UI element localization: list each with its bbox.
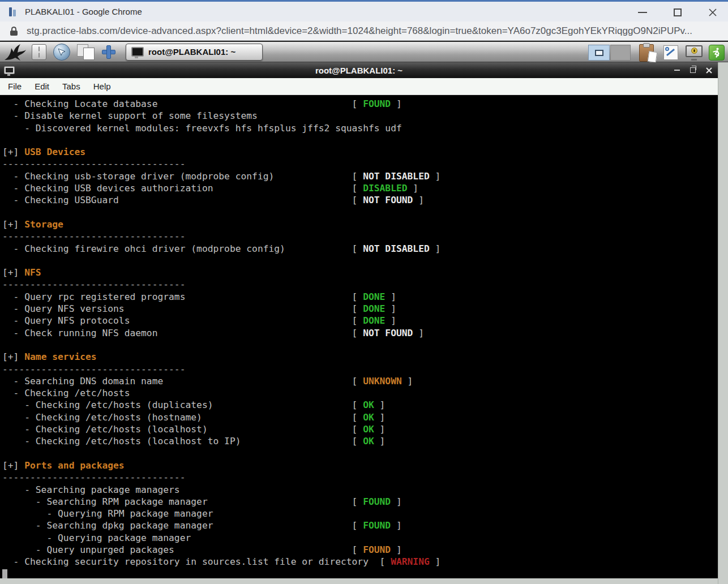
- site-favicon: [8, 7, 17, 16]
- terminal-window: root@PLABKALI01: ~ File Edit Tabs Help -…: [0, 62, 718, 578]
- url-text[interactable]: stg.practice-labs.com/device-advanced.as…: [27, 25, 692, 37]
- menu-file[interactable]: File: [3, 81, 27, 91]
- add-launcher-icon[interactable]: [102, 45, 115, 59]
- maximize-icon: [674, 8, 682, 16]
- minimize-icon: [674, 70, 680, 71]
- workspace-pager: [588, 45, 631, 61]
- terminal-line: ---------------------------------: [2, 230, 718, 242]
- terminal-line: - Querying RPM package manager: [2, 508, 718, 519]
- terminal-line: [+] Ports and packages: [2, 460, 718, 471]
- terminal-line: - Checking /etc/hosts (duplicates) [ OK …: [2, 399, 718, 411]
- status-badge: FOUND: [363, 496, 391, 507]
- minimize-button[interactable]: [637, 7, 648, 18]
- close-icon: [708, 8, 717, 17]
- terminal-line: - Checking /etc/hosts: [2, 387, 718, 399]
- terminal-line: - Checking firewire ohci driver (modprob…: [2, 243, 718, 255]
- terminal-line: [+] USB Devices: [2, 146, 718, 158]
- workspace-1-button[interactable]: [588, 45, 610, 61]
- chrome-titlebar[interactable]: PLABKALI01 - Google Chrome: [0, 0, 728, 22]
- section-header: Name services: [24, 351, 96, 362]
- section-header: Storage: [24, 219, 63, 230]
- taskbar-right-cluster: [588, 44, 725, 61]
- terminal-line: - Searching package managers: [2, 484, 718, 496]
- screenshot-tool-icon[interactable]: [663, 45, 678, 60]
- window-controls: [637, 3, 718, 22]
- status-badge: NOT FOUND: [363, 328, 413, 338]
- terminal-line: ---------------------------------: [2, 158, 718, 170]
- status-badge: NOT DISABLED: [363, 171, 430, 182]
- status-badge: UNKNOWN: [363, 376, 402, 387]
- screen: { "window": { "title": "PLABKALI01 - Goo…: [0, 0, 728, 584]
- menu-tabs[interactable]: Tabs: [57, 81, 85, 91]
- active-window-thumbnail: [595, 50, 603, 56]
- web-browser-icon[interactable]: [53, 44, 70, 61]
- section-header: Ports and packages: [24, 460, 124, 471]
- terminal-line: - Check running NFS daemon [ NOT FOUND ]: [2, 327, 718, 339]
- terminal-line: - Checking Locate database [ FOUND ]: [2, 98, 718, 110]
- status-badge: DONE: [363, 291, 385, 302]
- log-out-icon[interactable]: [709, 45, 725, 61]
- file-manager-icon[interactable]: [32, 44, 46, 60]
- status-badge: OK: [363, 400, 374, 410]
- terminal-minimize-button[interactable]: [673, 66, 682, 75]
- terminal-line: - Discovered kernel modules: freevxfs hf…: [2, 122, 718, 134]
- terminal-line: - Checking USB devices authorization [ D…: [2, 182, 718, 194]
- close-icon: [706, 67, 712, 74]
- terminal-line: [+] Name services: [2, 351, 718, 363]
- terminal-line: - Query NFS versions [ DONE ]: [2, 303, 718, 315]
- terminal-line: ---------------------------------: [2, 471, 718, 483]
- terminal-line: [2, 339, 718, 351]
- taskbar-window-tab-label: root@PLABKALI01: ~: [148, 47, 235, 57]
- terminal-line: - Query NFS protocols [ DONE ]: [2, 315, 718, 327]
- terminal-line: - Checking usb-storage driver (modprobe …: [2, 170, 718, 182]
- taskbar-window-tab[interactable]: root@PLABKALI01: ~: [126, 44, 263, 61]
- terminal-line: [+] NFS: [2, 267, 718, 278]
- terminal-line: - Searching dpkg package manager [ FOUND…: [2, 519, 718, 531]
- section-header: USB Devices: [24, 147, 85, 157]
- minimize-icon: [638, 12, 647, 13]
- terminal-line: [2, 568, 718, 578]
- lock-screen-icon[interactable]: [686, 45, 703, 61]
- status-badge: DISABLED: [363, 183, 407, 194]
- terminal-line: - Checking USBGuard [ NOT FOUND ]: [2, 194, 718, 206]
- menu-edit[interactable]: Edit: [29, 81, 54, 91]
- status-badge: WARNING: [391, 556, 430, 567]
- workspace-2-button[interactable]: [610, 45, 631, 61]
- terminal-screen[interactable]: - Checking Locate database [ FOUND ] - D…: [0, 95, 718, 578]
- terminal-restore-button[interactable]: [688, 66, 697, 75]
- terminal-line: - Searching DNS domain name [ UNKNOWN ]: [2, 375, 718, 387]
- status-badge: FOUND: [363, 98, 391, 109]
- page-scrollbar[interactable]: [718, 62, 728, 584]
- kali-menu-icon[interactable]: [3, 43, 27, 61]
- clipboard-icon[interactable]: [639, 44, 654, 62]
- terminal-line: - Checking /etc/hosts (localhost to IP) …: [2, 435, 718, 447]
- terminal-line: - Query unpurged packages [ FOUND ]: [2, 544, 718, 556]
- status-badge: DONE: [363, 303, 385, 314]
- status-badge: FOUND: [363, 544, 391, 555]
- terminal-window-icon: [131, 47, 144, 57]
- terminal-line: - Query rpc registered programs [ DONE ]: [2, 291, 718, 303]
- status-badge: OK: [363, 436, 374, 446]
- close-button[interactable]: [708, 7, 718, 18]
- status-badge: NOT FOUND: [363, 195, 413, 205]
- terminal-titlebar[interactable]: root@PLABKALI01: ~: [0, 62, 718, 78]
- maximize-button[interactable]: [673, 7, 683, 18]
- terminal-line: - Disable kernel support of some filesys…: [2, 110, 718, 122]
- terminal-line: - Querying package manager: [2, 532, 718, 544]
- menu-help[interactable]: Help: [88, 81, 116, 91]
- terminal-line: ---------------------------------: [2, 278, 718, 290]
- status-badge: FOUND: [363, 520, 391, 531]
- chrome-address-bar[interactable]: stg.practice-labs.com/device-advanced.as…: [0, 22, 728, 41]
- terminal-window-controls: [673, 62, 713, 78]
- terminal-title: root@PLABKALI01: ~: [0, 66, 718, 75]
- restore-icon: [690, 67, 696, 73]
- terminal-close-button[interactable]: [704, 66, 713, 75]
- lock-icon[interactable]: [10, 27, 18, 36]
- terminal-line: [2, 255, 718, 267]
- terminal-line: - Searching RPM package manager [ FOUND …: [2, 496, 718, 508]
- show-desktop-icon[interactable]: [77, 44, 95, 59]
- status-badge: DONE: [363, 315, 385, 326]
- terminal-line: - Checking /etc/hosts (hostname) [ OK ]: [2, 411, 718, 423]
- terminal-line: [+] Storage: [2, 218, 718, 230]
- terminal-line: ---------------------------------: [2, 363, 718, 375]
